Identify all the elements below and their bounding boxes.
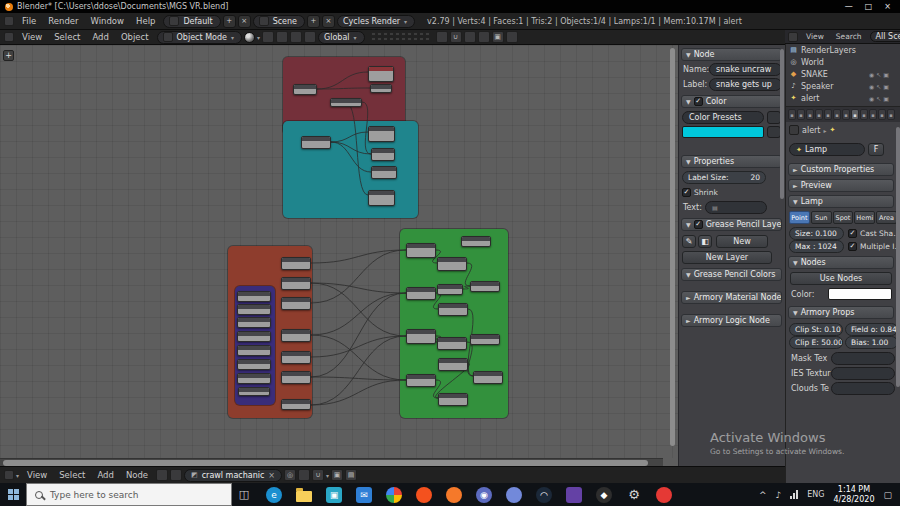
node-menu-view[interactable]: View bbox=[21, 470, 53, 480]
outliner-item-world[interactable]: ◎World bbox=[786, 56, 900, 68]
lamp-size-slider[interactable]: Size: 0.100 bbox=[789, 227, 844, 240]
panel-expand-icon[interactable]: ► bbox=[793, 182, 798, 189]
editor-type-icon[interactable] bbox=[4, 32, 14, 42]
outliner-item-alert[interactable]: ✦alert◉↖▣ bbox=[786, 92, 900, 104]
delete-layout-button[interactable]: × bbox=[238, 15, 251, 28]
graph-node[interactable] bbox=[281, 371, 311, 384]
transform-orientation-selector[interactable]: Global ▾ bbox=[318, 31, 365, 44]
renderability-icon[interactable]: ▣ bbox=[883, 71, 889, 78]
node-editor-canvas[interactable] bbox=[0, 45, 678, 458]
shader-type-icon[interactable] bbox=[156, 469, 168, 481]
layout-selector[interactable]: Default bbox=[163, 15, 220, 28]
shrink-checkbox[interactable]: ✓ bbox=[682, 188, 691, 197]
mask-tex-field[interactable] bbox=[831, 352, 895, 365]
bias-slider[interactable]: Bias: 1.00 bbox=[845, 336, 898, 349]
clip-end-slider[interactable]: Clip E: 50.00 bbox=[789, 336, 843, 349]
layers-widget[interactable] bbox=[371, 32, 430, 42]
properties-tab-world[interactable]: ▪ bbox=[815, 109, 823, 120]
node-menu-select[interactable]: Select bbox=[53, 470, 91, 480]
field-of-view-slider[interactable]: Field o: 0.84 bbox=[845, 323, 898, 336]
max-bounces-slider[interactable]: Max : 1024 bbox=[789, 240, 844, 253]
display-mode-selector[interactable]: All Scenes bbox=[870, 31, 900, 42]
panel-expand-icon[interactable]: ► bbox=[686, 294, 691, 301]
gp-checkbox[interactable]: ✓ bbox=[694, 220, 703, 229]
use-nodes-button[interactable]: Use Nodes bbox=[790, 272, 892, 285]
graph-node[interactable] bbox=[238, 387, 270, 396]
proportional-edit-icon[interactable] bbox=[478, 31, 490, 43]
viewport-shading-icon[interactable] bbox=[244, 32, 255, 43]
cast-shadow-checkbox[interactable]: ✓ bbox=[848, 229, 857, 238]
graph-node[interactable] bbox=[473, 371, 503, 384]
pin-icon[interactable]: ◎ bbox=[284, 469, 296, 481]
graph-node[interactable] bbox=[406, 329, 436, 344]
menu-file[interactable]: File bbox=[16, 16, 42, 26]
paste-nodes-icon[interactable]: ▤ bbox=[345, 469, 357, 481]
pivot-center-icon[interactable] bbox=[262, 31, 274, 43]
twitch-icon[interactable] bbox=[564, 483, 584, 506]
graph-node[interactable] bbox=[237, 373, 271, 384]
start-button[interactable] bbox=[0, 483, 26, 506]
renderability-icon[interactable]: ▣ bbox=[883, 83, 889, 90]
selectability-icon[interactable]: ↖ bbox=[876, 95, 881, 102]
unity-icon[interactable]: ◆ bbox=[594, 483, 614, 506]
graph-node[interactable] bbox=[237, 304, 271, 315]
gp-erase-icon[interactable]: ◧ bbox=[698, 235, 712, 248]
language-indicator[interactable]: ENG bbox=[807, 490, 824, 499]
close-button[interactable]: × bbox=[884, 2, 891, 11]
graph-node[interactable] bbox=[438, 303, 468, 316]
properties-tab-particles[interactable]: ▪ bbox=[878, 109, 886, 120]
node-label-field[interactable]: snake gets up bbox=[709, 78, 782, 91]
breadcrumb-object[interactable]: alert bbox=[802, 126, 820, 135]
clip-start-slider[interactable]: Clip St: 0.10 bbox=[789, 323, 843, 336]
tray-expand-icon[interactable]: ^ bbox=[759, 490, 767, 500]
menu-select[interactable]: Select bbox=[48, 32, 86, 42]
opera-icon[interactable] bbox=[654, 483, 674, 506]
node-tree-selector[interactable]: ◩ crawl machanic × bbox=[184, 469, 282, 482]
shrink-toggle[interactable]: ✓ Shrink bbox=[682, 188, 718, 197]
lamp-type-point[interactable]: Point bbox=[789, 211, 810, 224]
panel-lamp[interactable]: ▼ Lamp bbox=[788, 195, 894, 208]
brave-icon[interactable] bbox=[414, 483, 434, 506]
graph-node[interactable] bbox=[330, 98, 362, 107]
task-view-button[interactable]: ◫ bbox=[232, 483, 256, 506]
panel-nodes[interactable]: ▼ Nodes bbox=[788, 256, 894, 269]
visibility-icon[interactable]: ◉ bbox=[869, 83, 874, 90]
taskbar-search[interactable]: Type here to search bbox=[26, 483, 232, 506]
fake-user-button[interactable]: F bbox=[868, 143, 884, 156]
graph-node[interactable] bbox=[281, 399, 311, 410]
lamp-type-area[interactable]: Area bbox=[876, 211, 897, 224]
menu-add[interactable]: Add bbox=[86, 32, 114, 42]
properties-tab-modifiers[interactable]: ▪ bbox=[842, 109, 850, 120]
lamp-color-swatch[interactable] bbox=[828, 288, 892, 300]
render-opengl-anim-icon[interactable] bbox=[506, 31, 518, 43]
graph-node[interactable] bbox=[281, 329, 311, 342]
panel-armory-material-node[interactable]: ► Armory Material Node bbox=[681, 291, 782, 304]
graph-node[interactable] bbox=[237, 359, 271, 370]
unlink-icon[interactable]: × bbox=[268, 471, 275, 480]
graph-node[interactable] bbox=[470, 281, 500, 292]
outliner-item-speaker[interactable]: ♪Speaker◉↖▣ bbox=[786, 80, 900, 92]
panel-armory-logic-node[interactable]: ► Armory Logic Node bbox=[681, 314, 782, 327]
graph-node[interactable] bbox=[237, 317, 271, 328]
gp-new-button[interactable]: New bbox=[716, 235, 768, 248]
graph-node[interactable] bbox=[368, 66, 394, 82]
scene-selector[interactable]: Scene bbox=[253, 15, 305, 28]
panel-color[interactable]: ▼ ✓ Color bbox=[681, 95, 782, 108]
panel-expand-icon[interactable]: ► bbox=[793, 166, 798, 173]
editor-type-icon[interactable] bbox=[4, 16, 14, 26]
panel-expand-icon[interactable]: ▼ bbox=[793, 309, 798, 316]
minimize-button[interactable]: — bbox=[845, 2, 853, 11]
properties-tab-render[interactable]: ▪ bbox=[788, 109, 796, 120]
panel-grease-pencil-layers[interactable]: ▼ ✓ Grease Pencil Layers bbox=[681, 218, 782, 231]
manipulator-rotate-icon[interactable] bbox=[290, 31, 302, 43]
lock-icon[interactable] bbox=[436, 31, 448, 43]
chrome-icon[interactable] bbox=[384, 483, 404, 506]
add-scene-button[interactable]: + bbox=[307, 15, 320, 28]
vertical-scrollbar[interactable] bbox=[670, 48, 675, 446]
color-presets-menu-icon[interactable] bbox=[767, 111, 781, 124]
properties-tab-lamp-data[interactable]: ▪ bbox=[851, 109, 859, 120]
outliner-item-renderlayers[interactable]: ▤RenderLayers bbox=[786, 44, 900, 56]
multiple-importance-checkbox[interactable]: ✓ bbox=[848, 242, 857, 251]
editor-type-icon[interactable] bbox=[788, 32, 798, 42]
graph-node[interactable] bbox=[438, 393, 468, 406]
